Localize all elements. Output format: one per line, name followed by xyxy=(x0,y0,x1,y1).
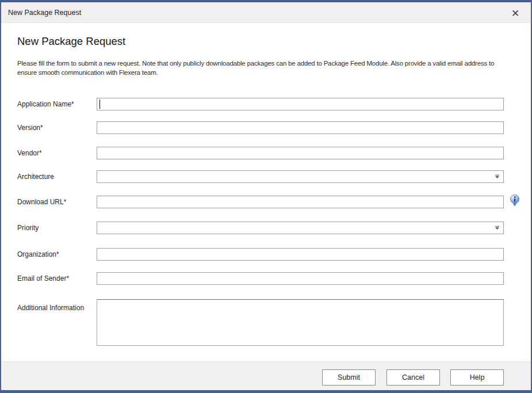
priority-dropdown-value[interactable] xyxy=(97,222,504,234)
architecture-dropdown-value[interactable] xyxy=(97,170,504,183)
cancel-button[interactable]: Cancel xyxy=(386,369,440,386)
vendor-input[interactable] xyxy=(97,147,504,159)
download-url-label: Download URL* xyxy=(17,196,66,208)
organization-input[interactable] xyxy=(97,248,504,261)
email-of-sender-input[interactable] xyxy=(97,272,504,285)
submit-button[interactable]: Submit xyxy=(322,369,376,386)
additional-information-textarea[interactable] xyxy=(97,299,504,346)
additional-information-label: Additional Information xyxy=(17,302,84,314)
page-title: New Package Request xyxy=(17,35,125,48)
page-description: Please fill the form to submit a new req… xyxy=(17,59,507,77)
footer-bar: Submit Cancel Help xyxy=(1,361,531,390)
new-package-request-dialog: New Package Request ✕ New Package Reques… xyxy=(0,0,532,393)
vendor-label: Vendor* xyxy=(17,147,42,159)
application-name-label: Application Name* xyxy=(17,98,74,110)
version-label: Version* xyxy=(17,121,43,134)
architecture-dropdown[interactable] xyxy=(97,170,504,183)
close-icon[interactable]: ✕ xyxy=(509,7,522,20)
architecture-label: Architecture xyxy=(17,170,54,183)
download-url-input[interactable] xyxy=(97,196,504,208)
titlebar: New Package Request ✕ xyxy=(1,2,531,23)
info-balloon-icon[interactable] xyxy=(510,194,520,207)
organization-label: Organization* xyxy=(17,248,59,261)
email-of-sender-label: Email of Sender* xyxy=(17,272,69,285)
application-name-input[interactable] xyxy=(97,98,504,110)
version-input[interactable] xyxy=(97,121,504,134)
help-button[interactable]: Help xyxy=(450,369,504,386)
window-title: New Package Request xyxy=(8,2,81,23)
priority-dropdown[interactable] xyxy=(97,222,504,234)
priority-label: Priority xyxy=(17,222,39,234)
